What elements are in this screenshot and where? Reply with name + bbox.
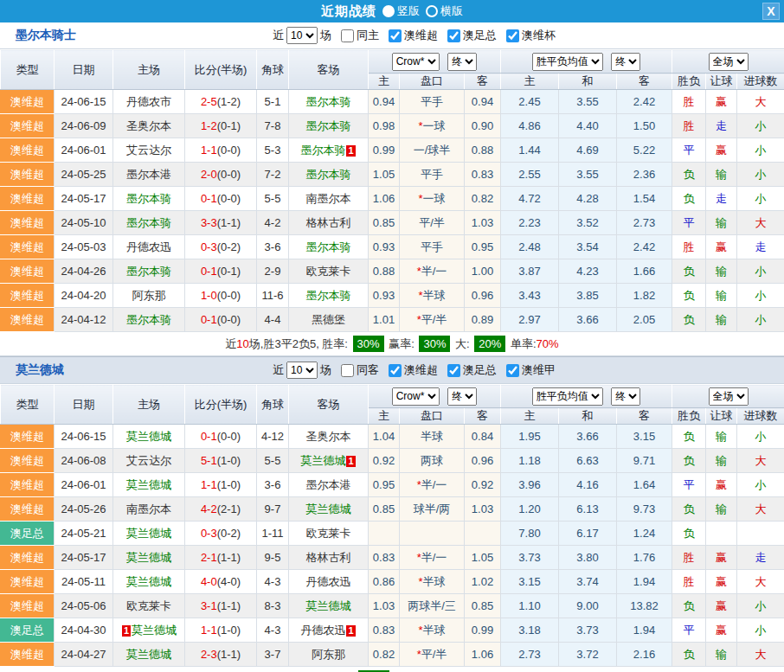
euro-draw-odds-cell: 6.63 [559,449,617,473]
handicap-result-cell: 赢 [706,618,737,643]
sub-header-euro-away: 客 [617,408,672,425]
close-icon[interactable]: X [762,3,780,20]
wdl-result-cell: 负 [672,522,706,546]
handicap-label: 半球 [423,289,446,302]
home-team-cell: 丹德农迅 [113,235,185,259]
asia-time-select[interactable]: 终 [447,53,477,71]
team-label: 欧克莱卡 [306,265,351,278]
league-checkbox-ffa-cup[interactable] [447,364,460,377]
corner-cell: 1-11 [257,522,289,546]
team-label: 艾云达尔 [126,144,171,157]
section-header: 墨尔本骑士 近 10 场 同主 澳维超 澳足总 澳维杯 [0,22,784,49]
titlebar: 近期战绩 竖版 横版 X [0,0,784,22]
league-type-cell: 澳维超 [1,308,55,332]
euro-away-odds-cell: 5.22 [617,138,672,163]
asia-home-odds-cell: 1.04 [369,425,400,449]
corner-cell: 5-3 [257,138,289,163]
score-cell: 0-1(0-0) [185,425,257,449]
bookmaker-select[interactable]: Crow* [392,53,440,71]
league-type-cell: 澳维超 [1,114,55,138]
wdl-result-cell: 负 [672,425,706,449]
euro-draw-odds-cell: 6.17 [559,522,617,546]
handicap-result-cell: 走 [706,114,737,138]
score-cell: 4-2(2-1) [185,497,257,522]
radio-horizontal-label[interactable]: 横版 [440,3,463,19]
same-home-checkbox[interactable] [341,29,354,42]
goals-result-cell: 小 [737,425,784,449]
home-team-cell: 莫兰德城 [113,473,185,497]
score-cell: 3-3(1-1) [185,211,257,235]
scope-select[interactable]: 全场 [709,387,749,406]
league-checkbox-vic-league1[interactable] [506,364,519,377]
sub-header-handicap: 盘口 [400,74,465,90]
europe-odds-select[interactable]: 胜平负均值 [532,387,603,406]
team-label: 格林古利 [306,216,351,229]
europe-time-select[interactable]: 终 [611,387,640,406]
league-checkbox-vic-super[interactable] [389,29,402,42]
score-cell: 0-1(0-1) [185,259,257,284]
col-header-away: 客场 [289,385,369,425]
match-count-select[interactable]: 10 [286,27,318,44]
record-summary: 近10场,胜3平2负5, 胜率: 30% 赢率: 30% 大: 20% 单率:7… [0,332,784,356]
radio-vertical[interactable] [382,5,395,17]
asia-away-odds-cell: 0.99 [465,618,501,643]
handicap-cell: 两球 [400,449,465,473]
summary-text: 赢率: [386,337,418,350]
fulltime-score: 0-3 [201,240,217,253]
league-checkbox-vic-cup[interactable] [506,29,519,42]
games-label: 场 [320,28,331,43]
wdl-result-cell: 负 [672,284,706,308]
corner-cell: 4-3 [257,618,289,643]
league-checkbox-ffa-cup[interactable] [447,29,460,42]
handicap-label: 半球 [421,430,443,443]
euro-away-odds-cell: 2.05 [617,308,672,332]
date-cell: 24-05-11 [55,570,113,594]
radio-horizontal[interactable] [426,5,438,17]
radio-vertical-label[interactable]: 竖版 [397,3,420,19]
team-section-1: 墨尔本骑士 近 10 场 同主 澳维超 澳足总 澳维杯 类型 日期 主场 比分 [0,22,784,356]
euro-away-odds-cell: 9.73 [617,497,672,522]
same-away-checkbox[interactable] [341,364,354,377]
league-type-cell: 澳维超 [1,187,55,211]
league-type-cell: 澳维超 [1,259,55,284]
team-label: 阿东那 [132,289,166,302]
wdl-result-cell: 负 [672,497,706,522]
halftime-score: (1-1) [217,599,241,612]
date-cell: 24-05-25 [55,163,113,187]
score-cell: 2-3(1-1) [185,643,257,667]
date-cell: 24-04-12 [55,308,113,332]
euro-draw-odds-cell: 4.23 [559,259,617,284]
euro-draw-odds-cell: 3.52 [559,211,617,235]
asia-time-select[interactable]: 终 [447,387,477,406]
league-label: 澳维甲 [522,362,556,378]
handicap-result-cell: 输 [706,308,737,332]
league-checkbox-vic-super[interactable] [389,364,402,377]
asia-home-odds-cell: 0.94 [369,90,400,114]
asia-away-odds-cell: 0.84 [465,425,501,449]
asia-home-odds-cell: 0.93 [369,235,400,259]
date-cell: 24-05-17 [55,546,113,570]
asia-away-odds-cell: 0.83 [465,163,501,187]
date-cell: 24-06-15 [55,90,113,114]
team-label: 丹德农迅 [126,240,171,253]
home-team-cell: 欧克莱卡 [113,594,185,618]
euro-home-odds-cell: 4.86 [501,114,559,138]
euro-home-odds-cell: 1.18 [501,449,559,473]
team-label: 墨尔本骑 [306,240,351,253]
score-cell: 4-0(4-0) [185,570,257,594]
scope-select[interactable]: 全场 [709,53,749,71]
corner-cell: 4-2 [257,211,289,235]
corner-cell: 9-5 [257,546,289,570]
europe-time-select[interactable]: 终 [611,53,640,71]
europe-odds-select[interactable]: 胜平负均值 [532,53,603,71]
team-label: 墨尔本骑 [300,144,345,157]
euro-draw-odds-cell: 3.72 [559,643,617,667]
match-row: 澳维超24-05-17莫兰德城2-1(1-1)9-5格林古利0.83*半/一1.… [1,546,784,570]
asia-home-odds-cell: 1.05 [369,163,400,187]
recent-matches-table: 类型 日期 主场 比分(半场) 角球 客场 Crow* 终 胜平负均值 终 全场 [0,384,784,667]
bookmaker-select[interactable]: Crow* [392,387,440,406]
away-team-cell: 欧克莱卡 [289,259,369,284]
league-label: 澳维超 [404,362,438,378]
wdl-result-cell: 负 [672,449,706,473]
match-count-select[interactable]: 10 [286,362,318,379]
